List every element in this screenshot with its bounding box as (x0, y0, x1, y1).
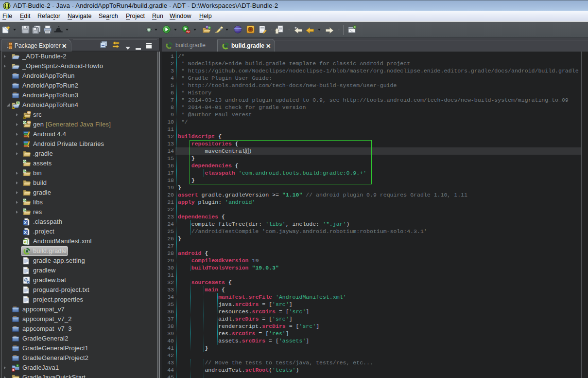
svg-text:a: a (24, 239, 27, 244)
svg-text:X: X (24, 230, 27, 235)
svg-text:X: X (24, 220, 27, 225)
svg-text:a: a (17, 101, 19, 105)
